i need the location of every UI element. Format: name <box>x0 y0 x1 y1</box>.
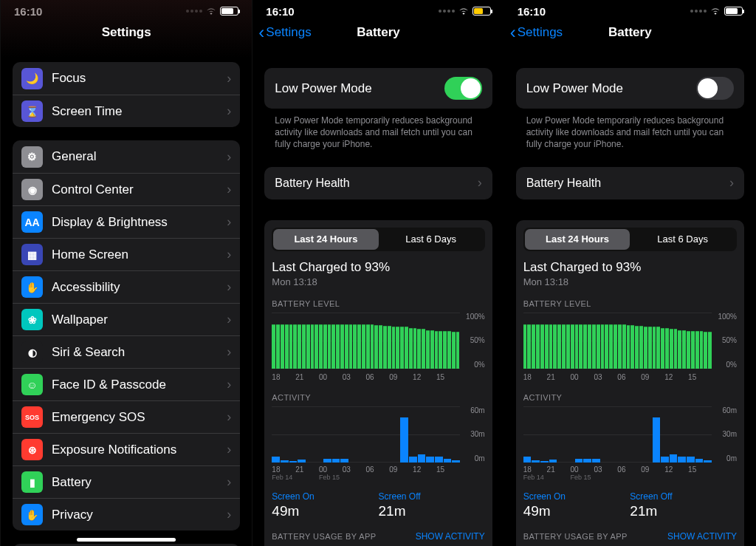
app-icon: ◉ <box>21 179 43 200</box>
lpm-description: Low Power Mode temporarily reduces backg… <box>516 109 744 151</box>
app-icon: ☺ <box>21 374 43 395</box>
battery-health-row[interactable]: Battery Health› <box>264 167 492 199</box>
app-icon: 🌙 <box>21 68 43 89</box>
settings-row-control-center[interactable]: ◉ Control Center › <box>13 173 240 205</box>
last-charged: Last Charged to 93% <box>272 260 484 275</box>
activity-heading: ACTIVITY <box>272 393 484 402</box>
battery-level-heading: BATTERY LEVEL <box>272 299 484 308</box>
chevron-right-icon: › <box>227 214 231 230</box>
app-icon: ▦ <box>21 244 43 265</box>
settings-row-exposure-notifications[interactable]: ⊛ Exposure Notifications › <box>13 433 240 465</box>
chevron-right-icon: › <box>478 175 482 191</box>
chevron-right-icon: › <box>227 71 231 86</box>
row-label: Screen Time <box>52 104 227 119</box>
battery-level-chart <box>523 313 712 369</box>
row-label: Privacy <box>52 508 227 522</box>
app-icon: ⚙ <box>21 146 43 168</box>
settings-row-home-screen[interactable]: ▦ Home Screen › <box>13 238 240 270</box>
battery-level-chart <box>272 313 459 369</box>
chevron-right-icon: › <box>227 507 231 522</box>
battery-icon <box>220 7 238 16</box>
row-label: Focus <box>52 71 227 86</box>
chevron-right-icon: › <box>227 377 231 392</box>
status-time: 16:10 <box>266 5 294 18</box>
pane-battery-lpm-off: 16:10 ‹ Settings Battery Low Power Mode … <box>504 0 756 546</box>
status-time: 16:10 <box>14 5 42 18</box>
cell-signal-icon <box>690 10 707 13</box>
last-charged-time: Mon 13:18 <box>523 276 737 287</box>
activity-heading: ACTIVITY <box>523 393 737 402</box>
time-range-segment[interactable]: Last 24 HoursLast 6 Days <box>523 228 737 251</box>
page-title: Battery <box>357 25 400 40</box>
app-icon: ✋ <box>21 504 43 525</box>
screen-off-stat: Screen Off21m <box>630 491 737 519</box>
chevron-left-icon: ‹ <box>510 24 516 41</box>
settings-row-wallpaper[interactable]: ❀ Wallpaper › <box>13 303 240 335</box>
nav-bar: ‹ Settings Battery <box>252 16 504 49</box>
seg-opt-0[interactable]: Last 24 Hours <box>273 229 378 250</box>
battery-level-heading: BATTERY LEVEL <box>523 299 737 308</box>
app-icon: ⊛ <box>21 439 43 460</box>
chevron-right-icon: › <box>227 182 231 197</box>
settings-row-emergency-sos[interactable]: SOS Emergency SOS › <box>13 400 240 433</box>
wifi-icon <box>709 7 721 16</box>
cell-signal-icon <box>186 10 202 13</box>
row-label: Siri & Search <box>52 345 227 360</box>
lpm-label: Low Power Mode <box>526 81 623 96</box>
app-icon: ▮ <box>21 471 43 493</box>
row-label: Exposure Notifications <box>52 443 227 457</box>
seg-opt-1[interactable]: Last 6 Days <box>379 229 484 250</box>
battery-health-row[interactable]: Battery Health› <box>516 167 744 199</box>
app-icon: AA <box>21 211 43 233</box>
usage-heading: BATTERY USAGE BY APP <box>272 532 376 541</box>
usage-heading: BATTERY USAGE BY APP <box>523 532 628 541</box>
chevron-right-icon: › <box>227 344 231 360</box>
battery-icon <box>724 7 743 16</box>
app-icon: SOS <box>21 406 43 428</box>
cell-signal-icon <box>439 10 455 13</box>
row-label: Home Screen <box>52 248 227 262</box>
page-title: Settings <box>102 25 151 40</box>
nav-back[interactable]: ‹ Settings <box>510 24 563 41</box>
activity-chart <box>272 406 459 463</box>
pane-settings: 16:10 Settings 🌙 Focus ›⌛ Screen Time ›⚙… <box>0 0 252 546</box>
battery-body[interactable]: Low Power Mode Low Power Mode temporaril… <box>252 68 504 546</box>
chevron-right-icon: › <box>227 474 231 490</box>
row-label: General <box>52 149 227 164</box>
wifi-icon <box>205 7 217 16</box>
show-activity-link[interactable]: SHOW ACTIVITY <box>667 531 737 542</box>
settings-row-focus[interactable]: 🌙 Focus › <box>13 62 240 95</box>
settings-row-display-brightness[interactable]: AA Display & Brightness › <box>13 205 240 238</box>
screen-off-stat: Screen Off21m <box>379 491 485 519</box>
time-range-segment[interactable]: Last 24 HoursLast 6 Days <box>272 228 484 251</box>
settings-row-siri-search[interactable]: ◐ Siri & Search › <box>13 335 240 368</box>
settings-row-general[interactable]: ⚙ General › <box>13 140 240 173</box>
lpm-switch[interactable] <box>696 77 734 100</box>
settings-list[interactable]: 🌙 Focus ›⌛ Screen Time ›⚙ General ›◉ Con… <box>1 62 252 546</box>
screen-on-stat: Screen On49m <box>272 491 378 519</box>
lpm-switch[interactable] <box>444 77 482 100</box>
seg-opt-0[interactable]: Last 24 Hours <box>525 229 630 250</box>
page-title: Battery <box>608 25 652 40</box>
row-label: Display & Brightness <box>52 215 227 230</box>
seg-opt-1[interactable]: Last 6 Days <box>630 229 735 250</box>
home-indicator[interactable] <box>77 538 176 542</box>
battery-body[interactable]: Low Power Mode Low Power Mode temporaril… <box>504 68 756 546</box>
chevron-right-icon: › <box>227 312 231 327</box>
row-label: Accessibility <box>52 280 227 295</box>
settings-row-face-id-passcode[interactable]: ☺ Face ID & Passcode › <box>13 368 240 400</box>
settings-row-accessibility[interactable]: ✋ Accessibility › <box>13 270 240 303</box>
chevron-right-icon: › <box>227 149 231 165</box>
chevron-right-icon: › <box>227 409 231 425</box>
show-activity-link[interactable]: SHOW ACTIVITY <box>416 531 485 542</box>
nav-bar: ‹ Settings Battery <box>504 16 756 49</box>
status-bar: 16:10 <box>252 0 504 16</box>
settings-row-privacy[interactable]: ✋ Privacy › <box>13 498 240 530</box>
settings-row-battery[interactable]: ▮ Battery › <box>13 465 240 498</box>
wifi-icon <box>458 7 470 16</box>
nav-back[interactable]: ‹ Settings <box>258 24 311 41</box>
app-icon: ◐ <box>21 341 43 363</box>
chevron-right-icon: › <box>227 442 231 457</box>
app-icon: ✋ <box>21 276 43 298</box>
settings-row-screen-time[interactable]: ⌛ Screen Time › <box>13 95 240 127</box>
